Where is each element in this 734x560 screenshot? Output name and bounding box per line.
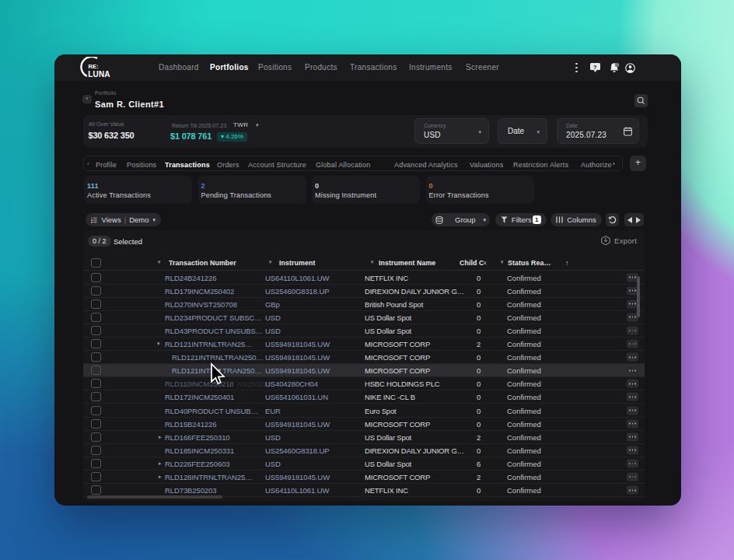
svg-text:LUNA: LUNA bbox=[88, 70, 110, 79]
svg-text:?: ? bbox=[593, 64, 597, 71]
svg-text:RE:: RE: bbox=[88, 63, 99, 70]
